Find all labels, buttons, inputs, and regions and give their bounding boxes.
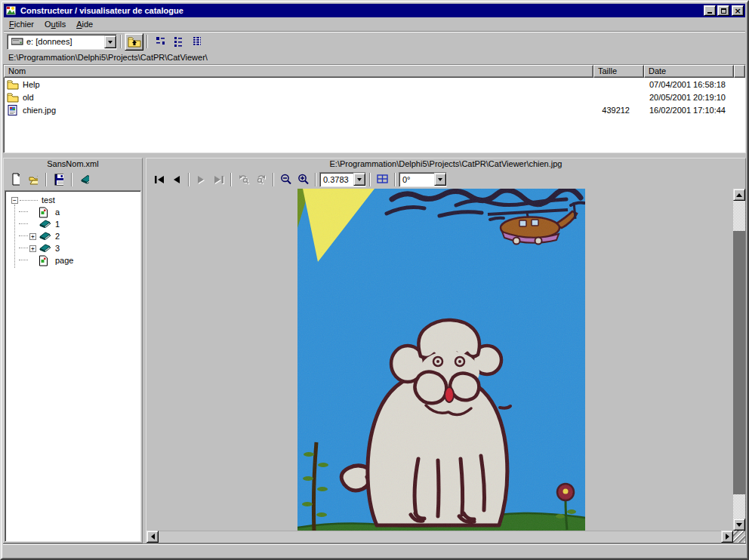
- tree-label: 2: [55, 232, 60, 241]
- scroll-up-button[interactable]: [733, 189, 745, 201]
- title-bar[interactable]: Constructeur / visualisateur de catalogu…: [4, 4, 745, 17]
- column-header-date[interactable]: Date: [644, 65, 734, 78]
- image-viewport[interactable]: [146, 189, 733, 531]
- view-details-button[interactable]: [187, 33, 205, 50]
- window-title: Constructeur / visualisateur de catalogu…: [20, 6, 702, 15]
- arrow-right-icon: [726, 534, 732, 540]
- tree-node[interactable]: + 3: [8, 242, 140, 254]
- scrollbar-thumb-full[interactable]: [159, 531, 721, 543]
- open-folder-icon: [29, 174, 38, 186]
- drive-combobox-dropdown[interactable]: [104, 35, 116, 48]
- previous-icon: [172, 176, 180, 183]
- tree-node[interactable]: 1: [8, 218, 140, 230]
- viewer-panel: E:\Programmation\Delphi5\Projects\CatPR\…: [146, 158, 746, 543]
- horizontal-scrollbar[interactable]: [146, 531, 733, 543]
- tree-node[interactable]: a: [8, 206, 140, 218]
- rotate-right-button[interactable]: [252, 171, 270, 188]
- book-icon: [80, 174, 89, 186]
- tree-label: test: [42, 195, 55, 205]
- rotation-combobox-dropdown[interactable]: [434, 173, 446, 186]
- view-list-button[interactable]: [169, 33, 187, 50]
- column-header-nom[interactable]: Nom: [4, 65, 593, 78]
- file-date: 20/05/2001 20:19:10: [644, 93, 734, 102]
- file-list[interactable]: Nom Taille Date Help 07/04/2001 16:58:18…: [3, 64, 746, 153]
- displayed-image-chien-jpg: [297, 189, 585, 531]
- folder-icon: [7, 92, 19, 103]
- status-bar: [3, 543, 746, 557]
- list-view-icon: [174, 35, 183, 48]
- file-row[interactable]: chien.jpg 439212 16/02/2001 17:10:44: [4, 103, 745, 116]
- resize-grip[interactable]: [733, 531, 745, 543]
- folder-up-button[interactable]: [125, 33, 143, 51]
- collapse-icon[interactable]: −: [11, 197, 18, 204]
- save-button[interactable]: [50, 171, 68, 188]
- viewer-title: E:\Programmation\Delphi5\Projects\CatPR\…: [146, 158, 745, 170]
- zoom-in-button[interactable]: [294, 171, 312, 188]
- file-name: Help: [23, 80, 40, 89]
- zoom-factor-combobox[interactable]: 0.3783: [319, 172, 366, 187]
- book-button[interactable]: [76, 171, 94, 188]
- tree-label: 1: [55, 220, 60, 229]
- expand-icon[interactable]: +: [29, 233, 36, 240]
- chevron-down-icon: [438, 178, 442, 183]
- tree-node[interactable]: page: [8, 254, 140, 266]
- zoom-in-icon: [297, 174, 309, 185]
- file-row[interactable]: Help 07/04/2001 16:58:18: [4, 78, 745, 91]
- book-icon: [39, 219, 51, 230]
- tile-view-button[interactable]: [374, 171, 391, 188]
- rotate-left-button[interactable]: [235, 171, 252, 188]
- first-icon: [154, 176, 165, 183]
- expand-icon[interactable]: +: [29, 245, 36, 252]
- menu-bar: Fichier Outils Aide: [4, 17, 745, 31]
- vertical-scrollbar[interactable]: [733, 189, 745, 531]
- drive-toolbar: e: [donnees]: [4, 31, 745, 51]
- file-row[interactable]: old 20/05/2001 20:19:10: [4, 91, 745, 103]
- file-size: 439212: [593, 106, 644, 115]
- scrollbar-track[interactable]: [733, 201, 745, 231]
- restore-button[interactable]: [717, 5, 729, 16]
- chevron-down-icon: [108, 41, 113, 46]
- menu-aide[interactable]: Aide: [71, 18, 98, 30]
- open-file-button[interactable]: [24, 171, 42, 188]
- file-date: 16/02/2001 17:10:44: [644, 106, 734, 115]
- previous-image-button[interactable]: [168, 171, 185, 188]
- tree-node[interactable]: + 2: [8, 230, 140, 242]
- catalog-toolbar: [4, 170, 142, 189]
- next-image-button[interactable]: [193, 171, 210, 188]
- tile-grid-icon: [377, 174, 389, 184]
- rotation-combobox[interactable]: 0°: [399, 172, 447, 187]
- scrollbar-track[interactable]: [733, 494, 745, 518]
- new-document-icon: [11, 173, 20, 186]
- zoom-combobox-dropdown[interactable]: [353, 173, 365, 186]
- close-button[interactable]: ×: [732, 5, 744, 16]
- last-image-button[interactable]: [210, 171, 227, 188]
- tree-label: page: [55, 256, 73, 265]
- app-window: Constructeur / visualisateur de catalogu…: [0, 0, 749, 560]
- column-header-taille[interactable]: Taille: [593, 65, 644, 78]
- folder-icon: [7, 79, 19, 90]
- current-path-label: E:\Programmation\Delphi5\Projects\CatPR\…: [4, 51, 745, 64]
- menu-fichier[interactable]: Fichier: [4, 18, 39, 30]
- new-document-button[interactable]: [6, 171, 24, 188]
- view-small-icons-button[interactable]: [151, 33, 169, 50]
- book-icon: [39, 231, 51, 242]
- scroll-down-button[interactable]: [733, 518, 745, 531]
- arrow-down-icon: [736, 523, 742, 530]
- scrollbar-thumb[interactable]: [733, 231, 745, 494]
- tree-node-root[interactable]: − test: [8, 194, 140, 206]
- drive-combobox[interactable]: e: [donnees]: [7, 34, 117, 50]
- minimize-button[interactable]: [704, 5, 716, 16]
- tree-label: a: [55, 208, 60, 217]
- scroll-left-button[interactable]: [146, 531, 159, 543]
- menu-outils[interactable]: Outils: [39, 18, 71, 30]
- zoom-out-icon: [280, 174, 291, 185]
- chevron-down-icon: [357, 178, 362, 183]
- zoom-out-button[interactable]: [277, 171, 294, 188]
- scroll-right-button[interactable]: [721, 531, 733, 543]
- rotate-right-icon: [255, 174, 267, 184]
- file-date: 07/04/2001 16:58:18: [644, 80, 734, 89]
- file-list-header: Nom Taille Date: [4, 65, 745, 78]
- catalog-title: SansNom.xml: [4, 158, 142, 170]
- first-image-button[interactable]: [150, 171, 168, 188]
- catalog-tree[interactable]: − test a 1 + 2: [5, 190, 141, 542]
